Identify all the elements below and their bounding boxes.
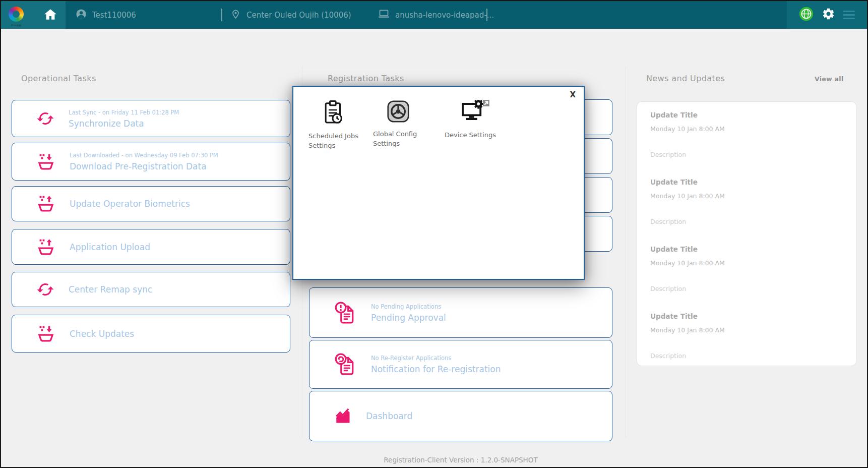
card-title: Application Upload [70,242,150,252]
column-divider [626,66,626,438]
device-settings-icon [460,100,490,126]
laptop-icon [378,9,390,21]
card-subtitle: Last Downloaded - on Wednesday 09 Feb 07… [70,152,218,159]
card-check-updates[interactable]: Check Updates [12,315,290,353]
card-center-remap-sync[interactable]: Center Remap sync [12,272,290,307]
basket-upload-icon [36,238,55,257]
news-item-title: Update Title [650,107,843,119]
registration-client-window: mosip Test110006 Center Ouled Oujih (100… [0,0,868,468]
mosip-logo: mosip [8,5,26,25]
mosip-logo-ring [9,7,24,22]
mosip-logo-text: mosip [11,23,22,27]
news-item-time: Monday 10 Jan 8:00 AM [650,125,843,133]
card-title: Dashboard [366,411,412,421]
news-item-description: Description [650,218,843,225]
card-title: Check Updates [70,329,134,339]
settings-item-label: Global Config Settings [373,130,423,149]
sync-icon [36,109,54,128]
news-item: Update Title Monday 10 Jan 8:00 AM Descr… [650,174,843,241]
card-synchronize-data[interactable]: Last Sync - on Friday 11 Feb 01:28 PM Sy… [12,100,290,137]
news-item: Update Title Monday 10 Jan 8:00 AM Descr… [650,107,843,174]
logged-in-user: Test110006 [76,1,136,29]
news-item-title: Update Title [650,174,843,186]
news-item-description: Description [650,151,843,158]
card-notification-re-registration[interactable]: No Re-Register Applications Notification… [309,340,612,389]
news-item-title: Update Title [650,241,843,253]
center-name-label: Center Ouled Oujih (10006) [246,11,351,20]
card-title: Synchronize Data [69,119,179,129]
user-icon [76,9,87,22]
online-status-globe-icon[interactable] [799,7,814,23]
news-item-description: Description [650,285,843,292]
settings-item-label: Scheduled Jobs Settings [308,132,359,151]
home-icon [44,8,57,22]
news-item: Update Title Monday 10 Jan 8:00 AM Descr… [650,308,843,375]
news-item-time: Monday 10 Jan 8:00 AM [650,326,843,334]
news-item-time: Monday 10 Jan 8:00 AM [650,192,843,200]
settings-modal: X Scheduled Jobs Settings Global Config … [292,86,585,280]
news-item-title: Update Title [650,308,843,320]
user-name-label: Test110006 [92,11,136,20]
header-divider [486,9,487,21]
global-config-icon [387,100,409,125]
card-title: Update Operator Biometrics [70,199,190,209]
news-item-description: Description [650,352,843,360]
card-title: Notification for Re-registration [371,364,501,374]
card-subtitle: No Pending Applications [371,303,446,310]
card-pending-approval[interactable]: No Pending Applications Pending Approval [309,287,612,338]
document-alert-icon [334,301,357,325]
center-info: Center Ouled Oujih (10006) [230,1,351,29]
location-pin-icon [230,8,241,22]
scheduled-jobs-icon [324,100,344,127]
card-title: Download Pre-Registration Data [70,161,218,171]
sync-icon [36,280,54,299]
card-title: Pending Approval [371,313,446,323]
card-application-upload[interactable]: Application Upload [12,229,290,265]
card-subtitle: No Re-Register Applications [371,355,501,362]
header-left-block: mosip [1,1,66,29]
operational-tasks-column: Last Sync - on Friday 11 Feb 01:28 PM Sy… [12,72,290,364]
version-footer: Registration-Client Version : 1.2.0-SNAP… [309,456,612,464]
card-subtitle: Last Sync - on Friday 11 Feb 01:28 PM [69,109,179,116]
news-panel: Update Title Monday 10 Jan 8:00 AM Descr… [637,101,856,366]
home-button[interactable] [42,7,59,24]
news-item-time: Monday 10 Jan 8:00 AM [650,259,843,267]
card-download-pre-registration-data[interactable]: Last Downloaded - on Wednesday 09 Feb 07… [12,143,290,181]
card-title: Center Remap sync [69,284,152,295]
document-sync-icon [334,352,357,377]
header-bar: mosip Test110006 Center Ouled Oujih (100… [1,1,867,29]
settings-gear-icon[interactable] [822,7,835,23]
scheduled-jobs-settings-item[interactable]: Scheduled Jobs Settings [308,100,359,151]
device-settings-item[interactable]: Device Settings [445,100,505,140]
basket-upload-icon [36,194,55,213]
chart-icon [334,407,352,425]
hamburger-menu-icon[interactable] [843,11,855,19]
basket-download-icon [36,152,55,171]
header-right-block [787,1,867,29]
machine-name-label: anusha-lenovo-ideapad-... [395,11,494,20]
news-column: Update Title Monday 10 Jan 8:00 AM Descr… [637,72,856,374]
card-update-operator-biometrics[interactable]: Update Operator Biometrics [12,186,290,221]
header-divider [221,9,222,21]
news-item: Update Title Monday 10 Jan 8:00 AM Descr… [650,241,843,308]
card-dashboard[interactable]: Dashboard [309,391,612,441]
basket-download-icon [36,324,55,343]
global-config-settings-item[interactable]: Global Config Settings [373,100,423,149]
machine-info: anusha-lenovo-ideapad-... [378,1,494,29]
modal-close-button[interactable]: X [570,90,576,99]
settings-item-label: Device Settings [445,131,505,140]
